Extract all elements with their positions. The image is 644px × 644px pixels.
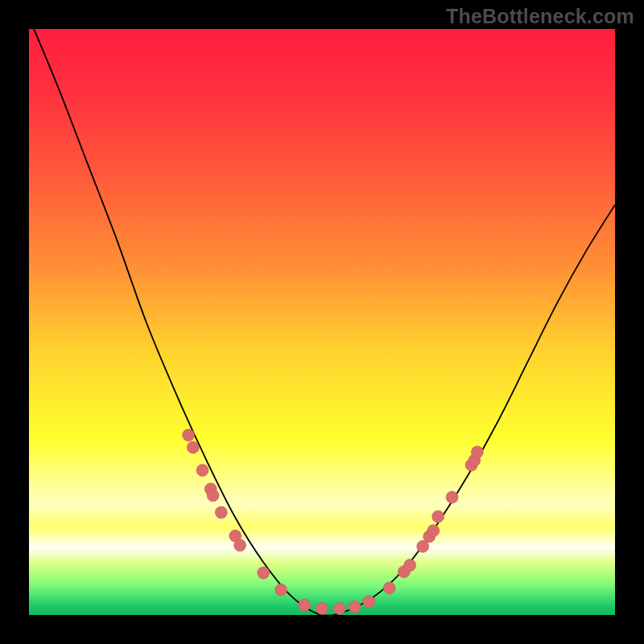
data-marker: [333, 602, 345, 614]
plot-area: [29, 29, 615, 615]
data-marker: [363, 596, 375, 608]
data-marker: [349, 601, 361, 613]
data-marker: [258, 567, 270, 579]
data-marker: [299, 599, 311, 611]
watermark-text: TheBottleneck.com: [446, 5, 634, 28]
data-marker: [446, 491, 458, 503]
data-marker: [183, 429, 195, 441]
data-marker: [215, 506, 227, 518]
marker-group: [183, 429, 484, 614]
curve-svg: [29, 29, 615, 615]
data-marker: [196, 464, 208, 477]
data-marker: [383, 582, 395, 594]
data-marker: [316, 602, 328, 614]
data-marker: [207, 489, 219, 502]
data-marker: [187, 441, 199, 453]
data-marker: [234, 539, 246, 551]
data-marker: [275, 584, 287, 596]
chart-frame: TheBottleneck.com: [0, 0, 644, 644]
data-marker: [404, 559, 416, 572]
data-marker: [471, 446, 483, 458]
bottleneck-curve-path: [29, 17, 615, 615]
data-marker: [427, 525, 440, 537]
data-marker: [432, 510, 444, 522]
